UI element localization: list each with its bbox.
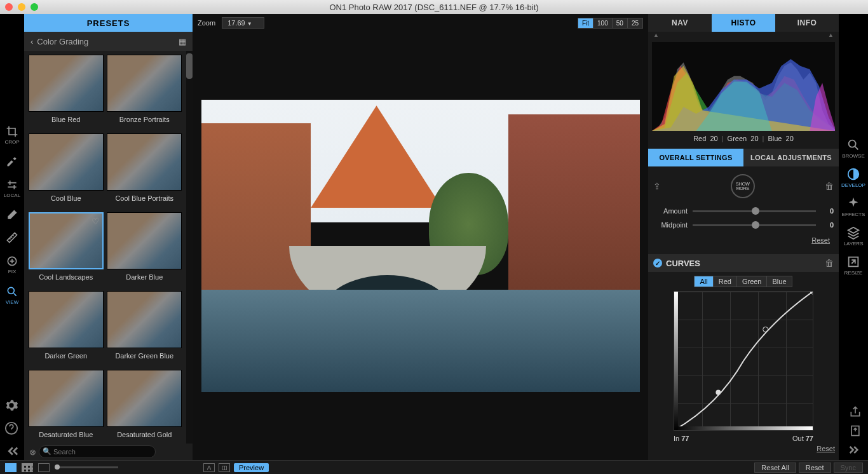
crop-tool[interactable]: CROP — [0, 119, 24, 150]
svg-rect-7 — [674, 426, 813, 430]
amount-value: 0 — [821, 207, 834, 215]
clear-search-icon[interactable]: ⊗ — [29, 447, 36, 457]
svg-point-1 — [8, 287, 14, 294]
eraser-tool[interactable] — [0, 203, 24, 226]
effects-module[interactable]: EFFECTS — [839, 192, 868, 221]
preset-item[interactable]: Desaturated Blue — [28, 370, 104, 444]
preset-item[interactable]: Bronze Portraits — [107, 55, 183, 131]
font-select-button[interactable]: A — [203, 463, 215, 472]
right-panel: NAV HISTO INFO ▲▲ Red 20 | Green 20 | Bl… — [648, 14, 839, 460]
presets-breadcrumb[interactable]: ‹ Color Grading ▦ — [24, 32, 193, 51]
preset-item[interactable]: Darker Blue — [107, 212, 183, 288]
svg-rect-8 — [674, 292, 678, 430]
view-single-button[interactable] — [5, 463, 17, 472]
favorite-heart-icon[interactable]: ♡ — [92, 216, 100, 226]
preset-item[interactable]: Cool Blue — [28, 133, 104, 210]
export-icon[interactable] — [849, 424, 862, 440]
preset-item[interactable]: Cool Blue Portraits — [107, 133, 183, 210]
zoom-25-button[interactable]: 25 — [627, 18, 643, 29]
split-view-button[interactable]: ◫ — [219, 463, 230, 472]
show-more-button[interactable]: SHOW MORE — [731, 174, 755, 198]
sync-button[interactable]: Sync — [834, 463, 863, 473]
search-icon: 🔍 — [43, 447, 51, 456]
develop-module[interactable]: DEVELOP — [839, 163, 868, 192]
brush-tool[interactable] — [0, 150, 24, 173]
canvas-area: Zoom 17.69 ▼ Fit 100 50 25 — [193, 14, 648, 460]
curves-enabled-checkbox[interactable]: ✓ — [653, 259, 662, 267]
view-compare-button[interactable] — [22, 463, 33, 472]
breadcrumb-label: Color Grading — [37, 37, 88, 46]
svg-point-5 — [763, 327, 768, 332]
close-window-button[interactable] — [5, 3, 13, 11]
tab-info[interactable]: INFO — [775, 14, 839, 32]
tab-nav[interactable]: NAV — [648, 14, 712, 32]
preview-button[interactable]: Preview — [234, 463, 269, 472]
resize-module[interactable]: RESIZE — [839, 250, 868, 280]
trash-icon[interactable]: 🗑 — [825, 181, 834, 191]
preset-item[interactable]: Darker Green — [28, 291, 104, 367]
tool-label: FIX — [8, 269, 16, 274]
curves-reset-link[interactable]: Reset — [648, 444, 839, 454]
ruler-tool[interactable] — [0, 226, 24, 249]
zoom-label: Zoom — [198, 19, 215, 27]
view-tool[interactable]: VIEW — [0, 280, 24, 310]
back-chevron-icon[interactable]: ‹ — [31, 37, 33, 46]
view-split-button[interactable] — [38, 463, 50, 472]
presets-scrollbar[interactable] — [186, 51, 193, 444]
zoom-50-button[interactable]: 50 — [612, 18, 628, 29]
collapse-right-icon[interactable] — [849, 444, 862, 459]
fix-tool[interactable]: FIX — [0, 249, 24, 280]
window-titlebar: ON1 Photo RAW 2017 (DSC_6111.NEF @ 17.7%… — [0, 0, 868, 14]
midpoint-slider[interactable] — [693, 224, 816, 226]
tool-label: CROP — [4, 139, 19, 145]
tab-histo[interactable]: HISTO — [712, 14, 775, 32]
preset-search-input[interactable] — [39, 445, 156, 458]
tab-local-adjustments[interactable]: LOCAL ADJUSTMENTS — [743, 149, 839, 166]
photo-canvas[interactable] — [201, 100, 640, 392]
preset-item[interactable]: ♡Cool Landscapes — [28, 212, 104, 288]
tab-overall-settings[interactable]: OVERALL SETTINGS — [648, 149, 743, 166]
thumbnail-size-slider[interactable] — [55, 466, 118, 468]
presets-grid: Blue Red Bronze Portraits Cool Blue Cool… — [24, 51, 186, 444]
amount-slider[interactable] — [693, 210, 816, 212]
curves-in-value: 77 — [681, 435, 689, 442]
curves-editor[interactable] — [674, 291, 813, 431]
zoom-fit-button[interactable]: Fit — [578, 18, 593, 29]
help-icon[interactable] — [3, 419, 20, 437]
presets-panel: PRESETS ‹ Color Grading ▦ Blue Red Bronz… — [24, 14, 193, 460]
settings-gear-icon[interactable] — [3, 396, 20, 414]
preset-item[interactable]: Blue Red — [28, 55, 104, 131]
histogram-stats: Red 20 | Green 20 | Blue 20 — [648, 131, 839, 146]
preset-item[interactable]: Desaturated Gold — [107, 370, 183, 444]
highlight-clip-icon[interactable]: ▲ — [828, 32, 834, 39]
browse-module[interactable]: BROWSE — [839, 133, 868, 163]
reset-link[interactable]: Reset — [653, 235, 834, 245]
svg-point-9 — [849, 140, 856, 147]
share-icon[interactable] — [849, 405, 862, 421]
minimize-window-button[interactable] — [18, 3, 25, 11]
amount-label: Amount — [653, 207, 688, 215]
preset-item[interactable]: Darker Green Blue — [107, 291, 183, 367]
tools-sidebar: CROP LOCAL FIX VIEW — [0, 14, 24, 460]
local-adjust-tool[interactable]: LOCAL — [0, 173, 24, 203]
reset-button[interactable]: Reset — [799, 463, 831, 473]
shadow-clip-icon[interactable]: ▲ — [653, 32, 659, 39]
midpoint-label: Midpoint — [653, 221, 688, 229]
curves-channel-blue[interactable]: Blue — [766, 276, 792, 287]
histogram-chart[interactable] — [652, 42, 835, 131]
grid-view-icon[interactable]: ▦ — [179, 37, 186, 46]
export-icon[interactable]: ⇪ — [653, 181, 661, 191]
zoom-dropdown[interactable]: 17.69 ▼ — [222, 17, 264, 29]
window-title: ON1 Photo RAW 2017 (DSC_6111.NEF @ 17.7%… — [329, 3, 538, 12]
svg-point-4 — [715, 390, 721, 395]
curves-channel-green[interactable]: Green — [736, 276, 768, 287]
curves-channel-red[interactable]: Red — [713, 276, 737, 287]
reset-all-button[interactable]: Reset All — [754, 463, 796, 473]
layers-module[interactable]: LAYERS — [839, 221, 868, 250]
presets-header: PRESETS — [24, 14, 193, 32]
curves-channel-all[interactable]: All — [694, 276, 713, 287]
maximize-window-button[interactable] — [31, 3, 38, 11]
zoom-100-button[interactable]: 100 — [593, 18, 613, 29]
collapse-left-icon[interactable] — [3, 442, 20, 460]
curves-trash-icon[interactable]: 🗑 — [825, 258, 834, 268]
